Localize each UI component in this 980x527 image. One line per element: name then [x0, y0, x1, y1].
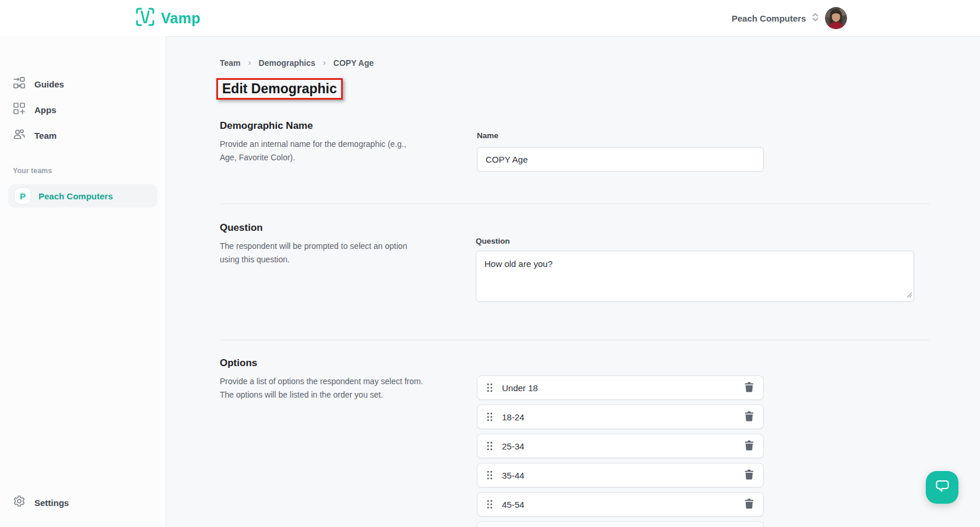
section-heading: Question [220, 222, 425, 234]
sidebar-item-settings[interactable]: Settings [0, 490, 166, 515]
section-description: The respondent will be prompted to selec… [220, 240, 425, 266]
option-row: 25-34 [477, 434, 764, 458]
resize-grip-icon[interactable] [907, 290, 912, 300]
option-row: Under 18 [477, 375, 764, 400]
option-label[interactable]: 45-54 [502, 500, 735, 510]
section-question-info: Question The respondent will be prompted… [220, 222, 425, 266]
gear-icon [13, 495, 26, 510]
team-initial-badge: P [14, 187, 31, 205]
drag-handle-icon[interactable] [487, 470, 493, 480]
option-row-partial [477, 521, 764, 527]
your-teams-label: Your teams [13, 167, 153, 175]
sidebar-item-team[interactable]: Team [0, 122, 166, 148]
section-heading: Options [220, 357, 434, 369]
sidebar-item-guides[interactable]: Guides [0, 71, 166, 97]
main-content: Team › Demographics › COPY Age Edit Demo… [166, 36, 980, 527]
team-selector-dropdown[interactable]: Peach Computers [732, 0, 819, 36]
delete-option-button[interactable] [744, 440, 754, 452]
option-label[interactable]: Under 18 [502, 383, 735, 393]
option-row: 35-44 [477, 463, 764, 487]
breadcrumb-demographics[interactable]: Demographics [259, 58, 315, 68]
option-label[interactable]: 35-44 [502, 470, 735, 480]
sidebar-item-label: Apps [34, 105, 57, 115]
option-row: 45-54 [477, 492, 764, 517]
trash-icon [744, 411, 754, 423]
team-name-label: Peach Computers [38, 191, 113, 201]
chat-bubble-icon [935, 479, 950, 496]
section-divider [220, 340, 930, 340]
guides-flow-icon [13, 76, 26, 92]
sidebar-nav: Guides Apps [0, 36, 166, 148]
trash-icon [744, 440, 754, 452]
sidebar-item-label: Team [34, 131, 57, 140]
delete-option-button[interactable] [744, 469, 754, 482]
vamp-logo-icon [135, 7, 155, 29]
chevron-right-icon: › [323, 58, 326, 68]
section-demographic-name-info: Demographic Name Provide an internal nam… [220, 120, 421, 164]
option-label[interactable]: 25-34 [502, 441, 735, 451]
section-description: Provide an internal name for the demogra… [220, 138, 421, 164]
trash-icon [744, 498, 754, 511]
question-field-label: Question [476, 237, 510, 245]
section-description: Provide a list of options the respondent… [220, 375, 434, 402]
chevron-updown-icon [812, 13, 819, 24]
section-options-info: Options Provide a list of options the re… [220, 357, 434, 402]
vamp-wordmark: Vamp [161, 10, 201, 27]
app-window: Vamp Peach Computers [0, 0, 980, 527]
delete-option-button[interactable] [744, 411, 754, 423]
drag-handle-icon[interactable] [487, 441, 493, 451]
name-input[interactable] [477, 147, 764, 172]
annotation-highlight-box: Edit Demographic [216, 78, 343, 100]
sidebar-item-label: Guides [34, 79, 64, 89]
chevron-right-icon: › [248, 58, 251, 68]
breadcrumb: Team › Demographics › COPY Age [220, 58, 374, 68]
sidebar-team-peach-computers[interactable]: P Peach Computers [8, 184, 157, 208]
drag-handle-icon[interactable] [487, 412, 493, 421]
section-divider [220, 203, 930, 204]
drag-handle-icon[interactable] [487, 383, 493, 392]
team-selector-label: Peach Computers [732, 13, 806, 23]
sidebar-item-apps[interactable]: Apps [0, 97, 166, 122]
settings-label: Settings [34, 498, 69, 508]
drag-handle-icon[interactable] [487, 500, 493, 509]
breadcrumb-team[interactable]: Team [220, 58, 241, 68]
section-heading: Demographic Name [220, 120, 421, 132]
options-list: Under 18 [477, 375, 764, 521]
delete-option-button[interactable] [744, 498, 754, 511]
sidebar: Guides Apps [0, 36, 166, 527]
user-avatar[interactable] [825, 7, 847, 29]
apps-grid-icon [13, 102, 26, 117]
top-header: Vamp Peach Computers [0, 0, 980, 36]
question-textarea[interactable]: How old are you? [476, 251, 914, 302]
name-field-label: Name [477, 131, 498, 140]
question-field-wrap: How old are you? [476, 251, 914, 302]
breadcrumb-copy-age[interactable]: COPY Age [333, 58, 374, 68]
help-chat-button[interactable] [926, 471, 958, 504]
option-row: 18-24 [477, 405, 764, 429]
delete-option-button[interactable] [744, 382, 754, 394]
option-label[interactable]: 18-24 [502, 412, 735, 422]
page-title: Edit Demographic [222, 81, 337, 97]
team-people-icon [13, 128, 26, 143]
trash-icon [744, 382, 754, 394]
trash-icon [744, 469, 754, 482]
vamp-logo[interactable]: Vamp [135, 0, 201, 36]
